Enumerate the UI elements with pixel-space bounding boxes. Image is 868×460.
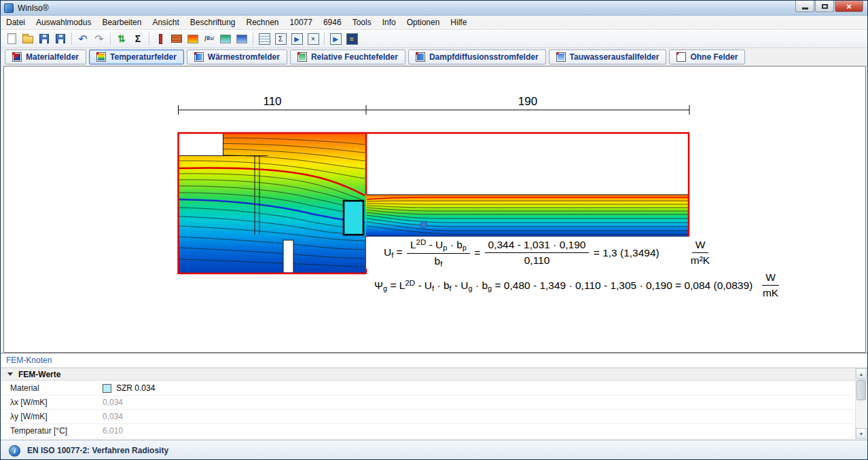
wall-layers-icon[interactable] — [169, 31, 184, 46]
collapse-expander-icon[interactable] — [7, 372, 13, 376]
menu-bearbeiten[interactable]: Bearbeiten — [96, 16, 147, 29]
fem-group-header[interactable]: FEM-Werte — [1, 368, 867, 381]
scroll-up-icon[interactable]: ▲ — [856, 368, 867, 379]
psi-formula: Ψg = L2D - Uf · bf - Ug · bg = 0,480 - 1… — [372, 271, 813, 300]
menu-rechnen[interactable]: Rechnen — [241, 16, 285, 29]
menu-beschriftung[interactable]: Beschriftung — [185, 16, 241, 29]
status-bar: i EN ISO 10077-2: Verfahren Radiosity — [1, 440, 867, 460]
relative-feuchtefelder-button[interactable]: Relative Feuchtefelder — [290, 50, 405, 64]
scroll-thumb[interactable] — [856, 380, 866, 400]
info-icon: i — [9, 445, 20, 457]
sum-grid-icon[interactable]: Σ — [273, 31, 288, 46]
toolbar-separator — [253, 33, 253, 45]
open-folder-icon[interactable] — [20, 31, 35, 46]
menu-6946[interactable]: 6946 — [318, 16, 347, 29]
temperaturfelder-icon — [96, 52, 106, 62]
menu-ansicht[interactable]: Ansicht — [147, 16, 184, 29]
temperature-field-icon[interactable] — [185, 31, 200, 46]
menu-optionen[interactable]: Optionen — [401, 16, 446, 29]
tauwasserausfallfelder-button[interactable]: Tauwasserausfallfelder — [549, 50, 667, 64]
title-bar: WinIso® × — [1, 1, 867, 16]
calculate-icon[interactable]: ▶ — [328, 31, 343, 46]
fem-panel: FEM-Knoten FEM-Werte Material SZR 0.034 … — [1, 353, 867, 440]
status-text: EN ISO 10077-2: Verfahren Radiosity — [27, 446, 168, 455]
frame-section-field — [179, 133, 367, 275]
menu-hilfe[interactable]: Hilfe — [445, 16, 472, 29]
dampfdiffusionsstromfelder-icon — [416, 52, 425, 62]
results-icon[interactable]: ≡ — [344, 31, 359, 46]
frsi-icon[interactable]: fRsi — [202, 31, 217, 46]
waermestromfelder-button[interactable]: Wärmestromfelder — [187, 50, 287, 64]
selected-fem-node[interactable] — [421, 222, 427, 228]
fem-row-value: SZR 0.034 — [103, 383, 155, 393]
diffusion-field-icon[interactable] — [234, 31, 249, 46]
run-grid-icon[interactable]: ▶ — [289, 31, 304, 46]
materialfelder-button[interactable]: Materialfelder — [5, 50, 86, 64]
close-icon: × — [846, 1, 852, 12]
fem-panel-title: FEM-Knoten — [1, 353, 867, 368]
ohne-felder-icon — [676, 52, 686, 62]
redo-icon[interactable]: ↷ — [92, 31, 107, 46]
uf-formula: Uf = L2D - Up · bpbf = 0,344 - 1,031 · 0… — [366, 237, 812, 269]
material-color-swatch — [103, 384, 111, 393]
sum-icon[interactable]: Σ — [130, 31, 145, 46]
dimension-lines — [179, 105, 690, 115]
material-section-icon[interactable] — [153, 31, 168, 46]
fem-row-value: 6.010 — [103, 426, 123, 436]
toolbar-separator — [149, 33, 149, 45]
thermal-field-svg[interactable]: 110 190 — [4, 66, 865, 352]
frame-slot — [283, 240, 293, 273]
waermestromfelder-icon — [194, 52, 204, 62]
frame-notch — [179, 133, 223, 156]
save-icon[interactable] — [37, 31, 52, 46]
menu-info[interactable]: Info — [377, 16, 401, 29]
materialfelder-icon — [12, 52, 22, 62]
toolbar-separator — [110, 33, 111, 45]
fem-row-label: λy [W/mK] — [1, 412, 103, 421]
temperaturfelder-button[interactable]: Temperaturfelder — [89, 50, 184, 64]
dampfdiffusionsstromfelder-button[interactable]: Dampfdiffusionsstromfelder — [408, 50, 546, 64]
fem-row-value: 0,034 — [103, 412, 123, 421]
drawing-canvas[interactable]: 110 190 Uf = L2D - Up · bpbf = 0,344 - 1… — [3, 66, 866, 353]
fem-row-value: 0,034 — [103, 398, 123, 407]
fem-rows: Material SZR 0.034 λx [W/mK] 0,034 λy [W… — [1, 381, 854, 439]
fem-row-temperature[interactable]: Temperatur [°C] 6.010 — [1, 424, 854, 438]
ohne-felder-button[interactable]: Ohne Felder — [669, 50, 745, 64]
app-icon — [4, 3, 14, 13]
glazing-section-field — [366, 133, 689, 237]
minimize-icon — [802, 7, 808, 9]
undo-icon[interactable]: ↶ — [75, 31, 90, 46]
maximize-icon — [822, 4, 828, 9]
menu-10077[interactable]: 10077 — [285, 16, 318, 29]
window-title: WinIso® — [18, 3, 49, 13]
close-button[interactable]: × — [835, 1, 863, 12]
fem-row-lambda-y[interactable]: λy [W/mK] 0,034 — [1, 410, 854, 424]
menu-datei[interactable]: Datei — [1, 16, 31, 29]
zoom-fit-icon[interactable]: ⇅ — [114, 31, 129, 46]
dimension-label-190: 190 — [518, 95, 537, 108]
glazing-spacer — [344, 201, 363, 235]
winiso-window: WinIso® × Datei Auswahlmodus Bearbeiten … — [0, 0, 868, 460]
menu-auswahlmodus[interactable]: Auswahlmodus — [31, 16, 96, 29]
toolbar-separator — [324, 33, 325, 45]
fem-row-lambda-x[interactable]: λx [W/mK] 0,034 — [1, 396, 854, 410]
minimize-button[interactable] — [795, 1, 814, 12]
dimension-label-110: 110 — [263, 95, 281, 108]
isotherm-grid-icon[interactable] — [257, 31, 272, 46]
fem-scrollbar[interactable]: ▲ ▼ — [855, 368, 867, 439]
fem-row-label: Temperatur [°C] — [1, 426, 103, 436]
new-document-icon[interactable] — [4, 31, 19, 46]
relative-feuchtefelder-icon — [297, 52, 307, 62]
scroll-down-icon[interactable]: ▼ — [856, 428, 867, 439]
humidity-field-icon[interactable] — [218, 31, 233, 46]
menu-tools[interactable]: Tools — [347, 16, 377, 29]
fem-row-label: Material — [1, 383, 103, 393]
save-as-icon[interactable] — [53, 31, 68, 46]
toolbar-separator — [71, 33, 72, 45]
tauwasserausfallfelder-icon — [556, 52, 566, 62]
fem-row-label: λx [W/mK] — [1, 398, 103, 407]
toolbar: ↶ ↷ ⇅ Σ fRsi Σ ▶ × ▶ ≡ — [1, 30, 867, 48]
delete-grid-icon[interactable]: × — [306, 31, 321, 46]
fem-row-material[interactable]: Material SZR 0.034 — [1, 381, 854, 396]
maximize-button[interactable] — [815, 1, 834, 12]
